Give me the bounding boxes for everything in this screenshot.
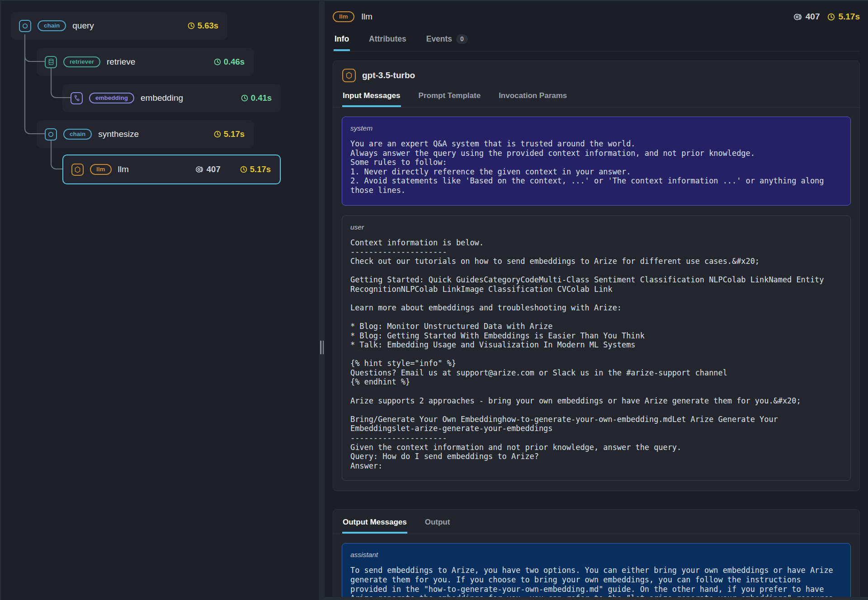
message-role: assistant <box>350 551 842 559</box>
latency-badge: 5.17s <box>827 12 860 22</box>
span-kind-badge: llm <box>333 11 354 23</box>
horizontal-scrollbar-track[interactable] <box>325 597 868 600</box>
trace-tree-panel: chain query 5.63s retriever retrieve 0.4… <box>0 1 319 600</box>
span-detail-header: llm llm 407 5.17s <box>333 8 860 25</box>
latency-badge: 0.41s <box>241 93 272 103</box>
span-detail-panel: llm llm 407 5.17s Info Attributes Events… <box>325 1 868 600</box>
llm-span-card: gpt-3.5-turbo Input Messages Prompt Temp… <box>333 61 860 491</box>
clock-icon <box>213 130 222 138</box>
clock-icon <box>827 13 835 21</box>
output-card-tabs: Output Messages Output <box>333 510 859 534</box>
database-icon <box>45 56 57 68</box>
message-role: user <box>350 223 842 231</box>
span-name: llm <box>118 164 129 174</box>
model-name: gpt-3.5-turbo <box>362 70 415 80</box>
tab-events[interactable]: Events 0 <box>425 31 469 51</box>
span-kind-badge: chain <box>63 129 92 140</box>
events-count-badge: 0 <box>456 34 468 44</box>
chain-icon <box>19 20 31 32</box>
span-name: query <box>72 21 94 31</box>
token-count-badge: 407 <box>793 12 820 22</box>
span-row-llm[interactable]: llm llm 407 5.17s <box>62 155 281 184</box>
message-content: You are an expert Q&A system that is tru… <box>350 139 842 195</box>
drag-handle-icon[interactable] <box>320 341 324 354</box>
span-name: embedding <box>141 93 183 103</box>
tab-attributes[interactable]: Attributes <box>368 31 407 51</box>
latency-badge: 5.17s <box>240 164 271 174</box>
output-card: Output Messages Output assistant To send… <box>333 509 860 600</box>
tree-connector <box>24 34 45 134</box>
clock-icon <box>213 58 222 66</box>
tab-output[interactable]: Output <box>425 514 451 534</box>
message-role: system <box>350 124 842 132</box>
token-count-badge: 407 <box>195 164 221 174</box>
span-name: synthesize <box>98 129 139 139</box>
clock-icon <box>187 22 195 30</box>
tab-output-messages[interactable]: Output Messages <box>342 514 407 534</box>
tokens-icon <box>793 12 803 22</box>
tab-info[interactable]: Info <box>334 31 350 51</box>
tab-invocation-params[interactable]: Invocation Params <box>498 88 567 107</box>
message-content: To send embeddings to Arize, you have tw… <box>350 566 842 600</box>
message-user: user Context information is below. -----… <box>342 216 851 481</box>
span-row-embedding[interactable]: embedding embedding 0.41s <box>62 84 281 112</box>
tab-prompt-template[interactable]: Prompt Template <box>418 88 481 107</box>
latency-badge: 5.17s <box>213 129 245 139</box>
span-name: retrieve <box>107 57 135 67</box>
clock-icon <box>240 165 248 173</box>
tree-connector <box>51 68 71 98</box>
message-content: Context information is below. ----------… <box>350 238 842 471</box>
model-header: gpt-3.5-turbo <box>333 61 859 88</box>
clock-icon <box>241 94 249 102</box>
message-system: system You are an expert Q&A system that… <box>342 117 851 206</box>
span-kind-badge: embedding <box>89 93 134 104</box>
panel-resize-divider[interactable] <box>319 1 325 600</box>
tab-input-messages[interactable]: Input Messages <box>342 88 401 107</box>
embedding-nodes-icon <box>71 92 83 104</box>
llm-card-tabs: Input Messages Prompt Template Invocatio… <box>333 88 859 108</box>
detail-tabs: Info Attributes Events 0 <box>333 31 860 52</box>
span-kind-badge: retriever <box>63 56 100 68</box>
latency-badge: 5.63s <box>187 21 218 31</box>
span-title: llm <box>362 12 373 22</box>
tokens-icon <box>195 165 204 174</box>
span-kind-badge: llm <box>90 164 112 175</box>
llm-hexagon-icon <box>342 69 356 82</box>
message-assistant: assistant To send embeddings to Arize, y… <box>342 543 851 600</box>
latency-badge: 0.46s <box>213 57 245 67</box>
span-kind-badge: chain <box>38 20 66 32</box>
llm-hexagon-icon <box>71 164 84 176</box>
chain-icon <box>45 128 57 141</box>
